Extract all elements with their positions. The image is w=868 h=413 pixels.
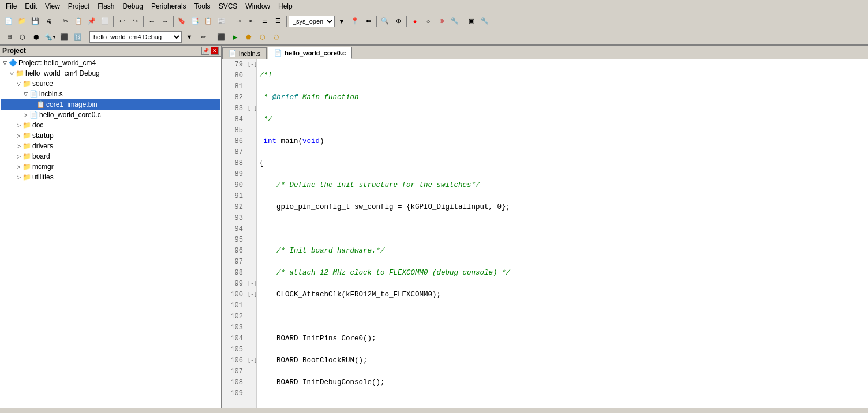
tree-item-core1img[interactable]: 📋 core1_image.bin (1, 99, 220, 110)
new-btn[interactable]: 📄 (2, 15, 15, 28)
debug-btn2[interactable]: ⬡ (16, 31, 29, 43)
fold-83[interactable]: [-] (248, 103, 256, 114)
settings-btn[interactable]: 🔧 (478, 15, 491, 28)
code-editor[interactable]: 79 80 81 82 83 84 85 86 87 88 89 90 91 9… (222, 59, 868, 408)
tree-label-startup: startup (32, 132, 54, 140)
debug-btn4[interactable]: 🔩▼ (44, 31, 57, 43)
config-combo[interactable]: hello_world_cm4 Debug (89, 31, 182, 43)
undo-btn[interactable]: ↩ (115, 15, 128, 28)
debug-btn6[interactable]: 🔢 (72, 31, 84, 43)
flash-btn1[interactable]: ⬛ (215, 31, 227, 43)
toggle-source[interactable]: ▽ (15, 80, 22, 87)
record-btn[interactable]: ● (409, 15, 421, 28)
debug-btn1[interactable]: 🖥 (2, 31, 15, 43)
code-content[interactable]: /*! * @brief Main function */ int main(v… (257, 59, 868, 408)
copy-btn[interactable]: 📋 (72, 15, 85, 28)
debug-btn3[interactable]: ⬢ (30, 31, 43, 43)
tree-item-root[interactable]: ▽ 🔷 Project: hello_world_cm4 (1, 58, 220, 68)
toolbar-1: 📄 📁 💾 🖨 ✂ 📋 📌 ⬜ ↩ ↪ ← → 🔖 📑 📋 📰 ⇥ ⇤ ⚌ ☰ … (0, 13, 868, 29)
view-btn[interactable]: ▣ (465, 15, 478, 28)
toggle-board[interactable]: ▷ (15, 153, 22, 160)
play-btn[interactable]: ⊗ (435, 15, 448, 28)
bookmark2-btn[interactable]: 📑 (189, 15, 201, 28)
tree-item-core0c[interactable]: ▷ 📄 hello_world_core0.c (1, 110, 220, 120)
tree-item-source[interactable]: ▽ 📁 source (1, 78, 220, 89)
redo-btn[interactable]: ↪ (129, 15, 141, 28)
menu-view[interactable]: View (42, 1, 63, 12)
cut-btn[interactable]: ✂ (59, 15, 72, 28)
bookmark-btn[interactable]: 🔖 (175, 15, 188, 28)
bookmark4-btn[interactable]: 📰 (215, 15, 228, 28)
fold-79[interactable]: [-] (248, 59, 256, 70)
tree-item-startup[interactable]: ▷ 📁 startup (1, 130, 220, 141)
indent-btn[interactable]: ⇥ (232, 15, 245, 28)
combo-drop-btn[interactable]: ▼ (335, 15, 348, 28)
menu-window[interactable]: Window (242, 1, 274, 12)
paste-btn[interactable]: 📌 (85, 15, 98, 28)
menu-tools[interactable]: Tools (191, 1, 214, 12)
menu-svcs[interactable]: SVCS (215, 1, 241, 12)
func-back-btn[interactable]: ⬅ (362, 15, 375, 28)
toggle-core0c[interactable]: ▷ (22, 111, 29, 118)
outdent-btn[interactable]: ⇤ (245, 15, 258, 28)
menu-peripherals[interactable]: Peripherals (148, 1, 190, 12)
search2-btn[interactable]: ⊕ (392, 15, 405, 28)
fold-94 (248, 224, 256, 235)
toggle-drivers[interactable]: ▷ (15, 142, 22, 149)
back-btn[interactable]: ← (145, 15, 158, 28)
flash-btn2[interactable]: ▶ (229, 31, 241, 43)
tree-item-mcmgr[interactable]: ▷ 📁 mcmgr (1, 162, 220, 172)
tree-item-utilities[interactable]: ▷ 📁 utilities (1, 172, 220, 182)
function-combo[interactable]: _sys_open (289, 16, 335, 27)
panel-pin-btn[interactable]: 📌 (201, 47, 209, 55)
tree-item-incbin[interactable]: ▽ 📄 incbin.s (1, 89, 220, 99)
fold-80 (248, 70, 256, 81)
flash-btn5[interactable]: ⬠ (270, 31, 283, 43)
search-btn[interactable]: 🔍 (379, 15, 391, 28)
align-btn[interactable]: ☰ (272, 15, 285, 28)
save-btn[interactable]: 💾 (29, 15, 42, 28)
tree-item-board[interactable]: ▷ 📁 board (1, 151, 220, 162)
config-edit-btn[interactable]: ✏ (197, 31, 209, 43)
bookmark3-btn[interactable]: 📋 (202, 15, 215, 28)
debug-btn5[interactable]: ⬛ (58, 31, 70, 43)
macro-btn[interactable]: 🔧 (448, 15, 461, 28)
fold-99[interactable]: [-] (248, 279, 256, 290)
fold-98 (248, 268, 256, 279)
toggle-utilities[interactable]: ▷ (15, 174, 22, 181)
tree-item-doc[interactable]: ▷ 📁 doc (1, 120, 220, 130)
toggle-startup[interactable]: ▷ (15, 132, 22, 139)
tab-incbin[interactable]: 📄 incbin.s (222, 47, 267, 59)
forward-btn[interactable]: → (159, 15, 171, 28)
open-btn[interactable]: 📁 (16, 15, 28, 28)
flash-btn3[interactable]: ⬟ (242, 31, 255, 43)
print-btn[interactable]: 🖨 (42, 15, 55, 28)
menu-file[interactable]: File (2, 1, 20, 12)
clone-btn[interactable]: ⬜ (99, 15, 111, 28)
menu-edit[interactable]: Edit (21, 1, 40, 12)
panel-close-btn[interactable]: ✕ (211, 47, 219, 55)
format-btn[interactable]: ⚌ (259, 15, 271, 28)
fold-86 (248, 136, 256, 147)
flash-btn4[interactable]: ⬡ (256, 31, 269, 43)
tab-core0[interactable]: 📄 hello_world_core0.c (268, 47, 352, 59)
toggle-debug[interactable]: ▽ (8, 70, 15, 77)
fold-100[interactable]: [-] (248, 290, 256, 301)
toggle-root[interactable]: ▽ (1, 59, 8, 66)
toolbar-2: 🖥 ⬡ ⬢ 🔩▼ ⬛ 🔢 hello_world_cm4 Debug ▼ ✏ ⬛… (0, 29, 868, 46)
menu-debug[interactable]: Debug (119, 1, 147, 12)
project-icon: 🔷 (8, 58, 17, 67)
tree-item-drivers[interactable]: ▷ 📁 drivers (1, 141, 220, 151)
fold-95 (248, 235, 256, 246)
menu-project[interactable]: Project (65, 1, 93, 12)
toggle-doc[interactable]: ▷ (15, 122, 22, 129)
func-nav-btn[interactable]: 📍 (349, 15, 361, 28)
fold-106[interactable]: [-] (248, 355, 256, 366)
tree-item-debug[interactable]: ▽ 📁 hello_world_cm4 Debug (1, 68, 220, 78)
stop-btn[interactable]: ○ (422, 15, 435, 28)
toggle-mcmgr[interactable]: ▷ (15, 163, 22, 170)
toggle-incbin[interactable]: ▽ (22, 91, 29, 97)
menu-flash[interactable]: Flash (94, 1, 118, 12)
menu-help[interactable]: Help (275, 1, 296, 12)
config-drop-btn[interactable]: ▼ (183, 31, 196, 43)
